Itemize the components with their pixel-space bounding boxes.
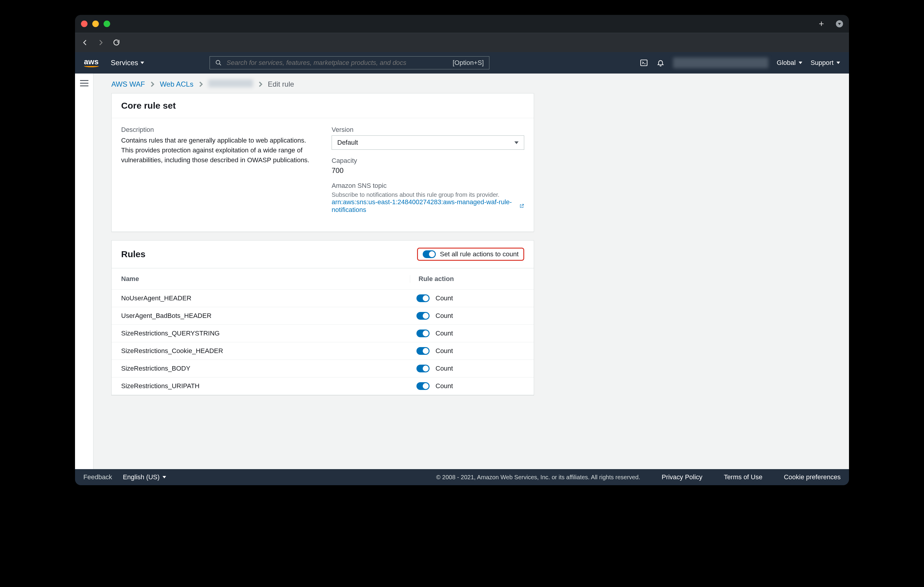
table-row: NoUserAgent_HEADER Count (112, 290, 534, 307)
region-selector[interactable]: Global (777, 59, 802, 67)
rules-panel-header: Rules Set all rule actions to count (112, 241, 534, 268)
header-right: Global Support (640, 58, 840, 68)
copyright-text: © 2008 - 2021, Amazon Web Services, Inc.… (436, 474, 640, 481)
rule-name: NoUserAgent_HEADER (121, 294, 410, 302)
col-name-header: Name (121, 275, 410, 283)
rule-action-label: Count (436, 312, 453, 320)
sns-label: Amazon SNS topic (332, 182, 524, 190)
rule-action-cell: Count (410, 364, 524, 373)
new-tab-button[interactable]: + (818, 19, 824, 29)
table-row: SizeRestrictions_QUERYSTRING Count (112, 325, 534, 342)
account-name-blurred[interactable] (673, 58, 768, 68)
rule-name: SizeRestrictions_QUERYSTRING (121, 330, 410, 337)
rules-title: Rules (121, 249, 145, 259)
rule-name: SizeRestrictions_Cookie_HEADER (121, 347, 410, 355)
rule-name: SizeRestrictions_URIPATH (121, 382, 410, 390)
breadcrumb: AWS WAF Web ACLs Edit rule (94, 79, 849, 93)
reload-button[interactable] (112, 39, 120, 46)
rule-action-label: Count (436, 294, 453, 302)
tab-overflow-button[interactable] (836, 20, 843, 27)
caret-down-icon (163, 476, 166, 478)
window-minimize-button[interactable] (92, 21, 99, 27)
aws-logo[interactable]: aws (84, 58, 99, 67)
window-maximize-button[interactable] (104, 21, 110, 27)
svg-point-0 (216, 61, 220, 64)
sns-arn-text: arn:aws:sns:us-east-1:248400274283:aws-m… (332, 198, 517, 214)
version-select[interactable]: Default (332, 135, 524, 150)
rule-action-toggle[interactable] (416, 330, 429, 337)
table-row: SizeRestrictions_BODY Count (112, 360, 534, 378)
caret-down-icon (140, 62, 144, 64)
description-label: Description (121, 126, 314, 134)
aws-header: aws Services [Option+S] Global (75, 52, 849, 74)
titlebar: + (75, 15, 849, 33)
footer: Feedback English (US) © 2008 - 2021, Ama… (75, 469, 849, 485)
support-menu[interactable]: Support (810, 59, 840, 67)
rule-action-cell: Count (410, 312, 524, 320)
sns-arn-link[interactable]: arn:aws:sns:us-east-1:248400274283:aws-m… (332, 198, 524, 214)
rules-panel: Rules Set all rule actions to count Name… (111, 240, 534, 395)
caret-down-icon (515, 142, 518, 144)
breadcrumb-root[interactable]: AWS WAF (111, 80, 145, 88)
back-button[interactable] (82, 39, 89, 46)
rule-action-toggle[interactable] (416, 382, 429, 390)
capacity-label: Capacity (332, 157, 524, 165)
window-close-button[interactable] (81, 21, 87, 27)
rule-action-toggle[interactable] (416, 312, 429, 320)
hamburger-icon (80, 80, 88, 86)
rule-action-cell: Count (410, 382, 524, 390)
cloudshell-icon[interactable] (640, 59, 648, 67)
table-row: UserAgent_BadBots_HEADER Count (112, 307, 534, 325)
global-search[interactable]: [Option+S] (210, 56, 489, 69)
rules-table-header: Name Rule action (112, 268, 534, 290)
search-icon (215, 59, 222, 66)
set-all-count-toggle[interactable] (423, 250, 436, 258)
titlebar-right: + (818, 19, 843, 29)
core-left-col: Description Contains rules that are gene… (121, 126, 314, 221)
language-selector[interactable]: English (US) (123, 473, 166, 481)
rule-action-toggle[interactable] (416, 347, 429, 355)
notifications-icon[interactable] (657, 59, 665, 67)
support-label: Support (810, 59, 833, 67)
caret-down-icon (799, 62, 802, 64)
browser-window: + aws Services [Option+S] (75, 15, 849, 485)
forward-button[interactable] (97, 39, 104, 46)
breadcrumb-current: Edit rule (268, 80, 294, 88)
caret-down-icon (837, 62, 840, 64)
terms-link[interactable]: Terms of Use (724, 473, 763, 481)
set-all-count-highlight: Set all rule actions to count (417, 248, 524, 261)
chevron-right-icon (199, 81, 203, 87)
feedback-link[interactable]: Feedback (83, 473, 112, 481)
rule-action-toggle[interactable] (416, 364, 429, 373)
core-panel-title: Core rule set (112, 94, 534, 118)
core-rule-set-panel: Core rule set Description Contains rules… (111, 93, 534, 232)
external-link-icon (520, 203, 524, 209)
set-all-count-label: Set all rule actions to count (440, 250, 518, 258)
version-value: Default (337, 139, 358, 147)
rule-action-label: Count (436, 364, 453, 373)
breadcrumb-acl-blurred[interactable] (208, 79, 253, 89)
sidebar-toggle[interactable] (75, 74, 94, 469)
cookies-link[interactable]: Cookie preferences (784, 473, 841, 481)
core-right-col: Version Default Capacity 700 Amazon SNS … (332, 126, 524, 221)
rule-name: UserAgent_BadBots_HEADER (121, 312, 410, 320)
rule-action-toggle[interactable] (416, 294, 429, 302)
body-area: AWS WAF Web ACLs Edit rule Core rule set… (75, 74, 849, 469)
rule-action-label: Count (436, 347, 453, 355)
rule-name: SizeRestrictions_BODY (121, 364, 410, 373)
rule-action-cell: Count (410, 347, 524, 355)
version-label: Version (332, 126, 524, 134)
browser-toolbar (75, 33, 849, 52)
privacy-link[interactable]: Privacy Policy (662, 473, 703, 481)
search-shortcut: [Option+S] (452, 59, 484, 67)
col-action-header: Rule action (410, 275, 524, 283)
breadcrumb-webacls[interactable]: Web ACLs (160, 80, 193, 88)
chevron-right-icon (258, 81, 262, 87)
capacity-value: 700 (332, 167, 524, 175)
services-menu[interactable]: Services (111, 59, 144, 67)
traffic-lights (81, 21, 110, 27)
rules-table-body: NoUserAgent_HEADER Count UserAgent_BadBo… (112, 290, 534, 395)
svg-line-1 (219, 64, 221, 66)
search-input[interactable] (226, 59, 448, 67)
description-text: Contains rules that are generally applic… (121, 135, 314, 165)
